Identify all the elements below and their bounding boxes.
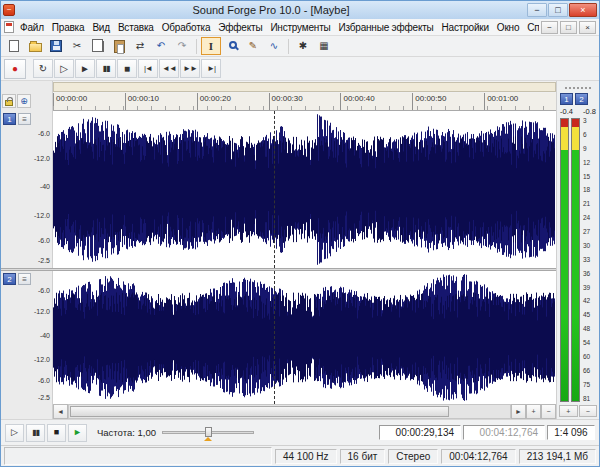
horizontal-scrollbar[interactable]: ◄ ► + −	[53, 404, 556, 419]
channel-1-badge[interactable]: 1	[3, 113, 16, 125]
redo-button[interactable]: ↷	[172, 37, 192, 55]
meter-tab-1[interactable]: 1	[560, 93, 573, 105]
playbar-stop-button[interactable]: ■	[47, 424, 66, 442]
meter-peak-left: -0.4	[560, 107, 573, 116]
record-button[interactable]: ●	[4, 59, 26, 79]
meter-scale-label: 48	[583, 326, 597, 333]
new-file-button[interactable]	[4, 37, 24, 55]
rate-slider[interactable]	[162, 425, 254, 441]
waveform-channel-2[interactable]	[53, 271, 556, 404]
scroll-left-button[interactable]: ◄	[53, 404, 68, 419]
meters-grip[interactable]	[565, 83, 591, 89]
meter-scale-label: 24	[583, 215, 597, 222]
mdi-close-button[interactable]: ×	[579, 21, 596, 34]
go-to-start-button[interactable]: |◄	[138, 59, 158, 78]
scrollbar-track[interactable]	[68, 404, 511, 419]
meter-tabs: 1 2	[559, 91, 597, 106]
zoom-ratio-readout[interactable]: 1:4 096	[547, 425, 595, 440]
db-label: -12.0	[34, 307, 50, 314]
open-button[interactable]	[25, 37, 45, 55]
mdi-restore-button[interactable]: □	[560, 21, 577, 34]
new-file-icon	[9, 40, 19, 52]
redo-icon: ↷	[178, 41, 186, 51]
level-zoom-out-button[interactable]: −	[579, 405, 598, 417]
meter-scale-label: 36	[583, 271, 597, 278]
menu-item[interactable]: Инструменты	[266, 21, 334, 34]
edit-tool-button[interactable]: I	[201, 37, 221, 55]
channel-1-menu[interactable]: ≡	[18, 113, 31, 125]
forward-button[interactable]: ►►	[180, 59, 200, 78]
level-zoom-in-button[interactable]: +	[559, 405, 578, 417]
menu-item[interactable]: Вид	[88, 21, 114, 34]
ruler-row: ⊕ 00:00:0000:00:1000:00:2000:00:3000:00:…	[1, 93, 556, 111]
zoom-out-time-button[interactable]: −	[541, 404, 556, 419]
menu-item[interactable]: Обработка	[158, 21, 215, 34]
paste-button[interactable]	[109, 37, 129, 55]
channel-2-menu[interactable]: ≡	[18, 273, 31, 285]
playbar-play-button[interactable]: ▷	[5, 424, 24, 442]
ruler-ticks	[53, 106, 556, 110]
menu-item[interactable]: Справка	[523, 21, 539, 34]
scroll-right-button[interactable]: ►	[511, 404, 526, 419]
app-icon[interactable]: ~	[3, 4, 15, 16]
rate-center-marker	[204, 437, 212, 441]
menu-item[interactable]: Окно	[493, 21, 523, 34]
zoom-in-time-button[interactable]: +	[526, 404, 541, 419]
menu-item[interactable]: Избранные эффекты	[335, 21, 438, 34]
loop-icon: ↻	[39, 64, 47, 74]
undo-button[interactable]: ↶	[151, 37, 171, 55]
position-readout[interactable]: 00:00:29,134	[379, 425, 461, 440]
snap-icon[interactable]: ⊕	[17, 94, 31, 108]
document-icon[interactable]	[4, 21, 14, 33]
playbar-pause-icon: ▮▮	[32, 429, 39, 437]
meter-tab-2[interactable]: 2	[575, 93, 588, 105]
time-ruler[interactable]: 00:00:0000:00:1000:00:2000:00:3000:00:40…	[53, 93, 556, 111]
scrollbar-row: ◄ ► + −	[1, 404, 556, 419]
channel-2-badge[interactable]: 2	[3, 273, 16, 285]
window-title: Sound Forge Pro 10.0 - [Maybe]	[17, 4, 525, 16]
script-button[interactable]: ✱	[293, 37, 313, 55]
pencil-icon: ✎	[249, 41, 257, 51]
workspace-button[interactable]: ▦	[314, 37, 334, 55]
menu-item[interactable]: Вставка	[114, 21, 158, 34]
close-button[interactable]: ×	[569, 3, 597, 17]
undo-icon: ↶	[157, 41, 165, 51]
save-button[interactable]	[46, 37, 66, 55]
waveform-channel-1[interactable]	[53, 111, 556, 268]
playbar-monitor-button[interactable]: ►	[68, 424, 87, 442]
mix-button[interactable]: ⇄	[130, 37, 150, 55]
pencil-tool-button[interactable]: ✎	[243, 37, 263, 55]
lock-icon[interactable]	[2, 94, 16, 108]
window-controls: − □ ×	[527, 3, 597, 17]
menu-item[interactable]: Файл	[16, 21, 48, 34]
menu-item[interactable]: Эффекты	[214, 21, 266, 34]
play-button[interactable]: ►	[75, 59, 95, 78]
pause-icon: ▮▮	[103, 65, 110, 73]
toolbar-separator	[196, 39, 197, 54]
overview-bar[interactable]	[53, 82, 556, 92]
rewind-button[interactable]: ◄◄	[159, 59, 179, 78]
cut-button[interactable]: ✂	[67, 37, 87, 55]
mdi-minimize-button[interactable]: −	[541, 21, 558, 34]
meter-scale-label: 9	[583, 146, 597, 153]
main-area: ⊕ 00:00:0000:00:1000:00:2000:00:3000:00:…	[1, 81, 599, 419]
playbar-pause-button[interactable]: ▮▮	[26, 424, 45, 442]
rate-slider-thumb[interactable]	[205, 427, 212, 437]
envelope-tool-button[interactable]: ∿	[264, 37, 284, 55]
pause-button[interactable]: ▮▮	[96, 59, 116, 78]
length-readout[interactable]: 00:04:12,764	[463, 425, 545, 440]
menu-item[interactable]: Правка	[48, 21, 89, 34]
go-to-end-button[interactable]: ►|	[201, 59, 221, 78]
scrollbar-thumb[interactable]	[70, 406, 449, 417]
db-label: -12.0	[34, 211, 50, 218]
menu-item[interactable]: Настройки	[438, 21, 493, 34]
loop-playback-button[interactable]: ↻	[33, 59, 53, 78]
minimize-button[interactable]: −	[527, 3, 547, 17]
stop-button[interactable]: ■	[117, 59, 137, 78]
play-all-button[interactable]: ▷	[54, 59, 74, 78]
copy-button[interactable]	[88, 37, 108, 55]
status-channel-mode: Стерео	[388, 449, 438, 464]
meter-scale-label: 27	[583, 229, 597, 236]
magnify-tool-button[interactable]	[222, 37, 242, 55]
maximize-button[interactable]: □	[548, 3, 568, 17]
